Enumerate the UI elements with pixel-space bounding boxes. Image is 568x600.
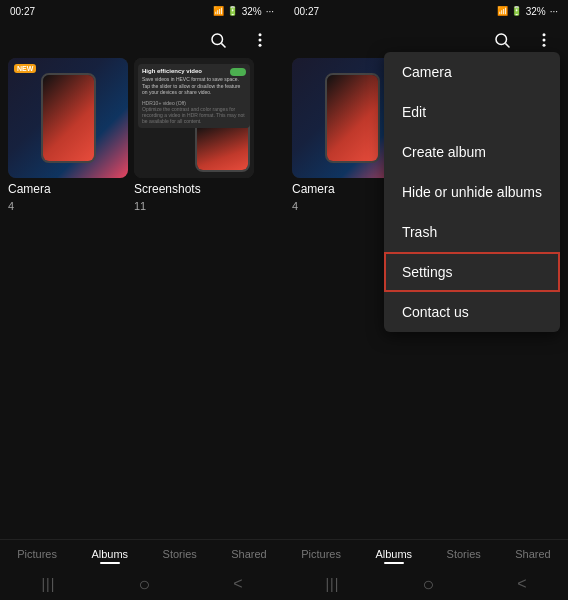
svg-point-8 (543, 39, 546, 42)
right-nav-back-icon[interactable]: < (517, 575, 526, 593)
nav-back-icon[interactable]: < (233, 575, 242, 593)
screenshots-album-label: Screenshots (134, 182, 254, 196)
right-dots: ··· (550, 6, 558, 17)
menu-item-edit[interactable]: Edit (384, 92, 560, 132)
right-tab-pictures-label: Pictures (301, 548, 341, 560)
tab-pictures[interactable]: Pictures (17, 548, 57, 564)
left-battery: 32% (242, 6, 262, 17)
tab-albums-underline (100, 562, 120, 564)
nav-home-icon[interactable]: ○ (138, 573, 150, 596)
settings-popup: High efficiency video Save videos in HEV… (138, 64, 250, 128)
right-tab-shared-label: Shared (515, 548, 550, 560)
svg-point-7 (543, 33, 546, 36)
right-more-options-button[interactable] (530, 26, 558, 54)
screenshots-album-count: 11 (134, 200, 254, 212)
right-tab-stories-label: Stories (447, 548, 481, 560)
svg-point-9 (543, 44, 546, 47)
right-tab-bar: Pictures Albums Stories Shared (284, 539, 568, 568)
right-tab-pictures[interactable]: Pictures (301, 548, 341, 564)
new-badge: NEW (14, 64, 36, 73)
left-panel: 00:27 📶 🔋 32% ··· (0, 0, 284, 600)
right-tab-stories[interactable]: Stories (447, 548, 481, 564)
nav-menu-icon[interactable]: ||| (41, 576, 55, 592)
left-status-bar: 00:27 📶 🔋 32% ··· (0, 0, 284, 22)
right-nav-menu-icon[interactable]: ||| (325, 576, 339, 592)
left-top-bar (0, 22, 284, 58)
screenshots-album[interactable]: High efficiency video Save videos in HEV… (134, 58, 254, 299)
menu-item-trash[interactable]: Trash (384, 212, 560, 252)
right-tab-albums-underline (384, 562, 404, 564)
menu-item-create-album[interactable]: Create album (384, 132, 560, 172)
right-nav-bar: ||| ○ < (284, 568, 568, 600)
search-button[interactable] (204, 26, 232, 54)
tab-pictures-label: Pictures (17, 548, 57, 560)
screenshots-thumb: High efficiency video Save videos in HEV… (134, 58, 254, 178)
menu-item-settings[interactable]: Settings (384, 252, 560, 292)
left-spacer (0, 299, 284, 540)
right-spacer (284, 299, 568, 540)
svg-point-5 (496, 34, 507, 45)
camera-album-count: 4 (8, 200, 128, 212)
right-status-icons: 📶 🔋 (497, 6, 522, 16)
camera-thumb: NEW (8, 58, 128, 178)
svg-line-1 (221, 43, 225, 47)
tab-stories-label: Stories (163, 548, 197, 560)
tab-stories[interactable]: Stories (163, 548, 197, 564)
more-options-button[interactable] (246, 26, 274, 54)
tab-albums[interactable]: Albums (91, 548, 128, 564)
tab-albums-label: Albums (91, 548, 128, 560)
right-time: 00:27 (294, 6, 319, 17)
camera-album-label: Camera (8, 182, 128, 196)
right-tab-shared[interactable]: Shared (515, 548, 550, 564)
left-time: 00:27 (10, 6, 35, 17)
right-search-button[interactable] (488, 26, 516, 54)
left-dots: ··· (266, 6, 274, 17)
left-tab-bar: Pictures Albums Stories Shared (0, 539, 284, 568)
svg-point-0 (212, 34, 223, 45)
left-status-icons: 📶 🔋 (213, 6, 238, 16)
menu-item-hide-albums[interactable]: Hide or unhide albums (384, 172, 560, 212)
camera-album[interactable]: NEW Camera 4 (8, 58, 128, 299)
popup-toggle (230, 68, 246, 76)
right-tab-albums-label: Albums (375, 548, 412, 560)
right-status-bar: 00:27 📶 🔋 32% ··· (284, 0, 568, 22)
menu-item-contact[interactable]: Contact us (384, 292, 560, 332)
svg-point-2 (259, 33, 262, 36)
tab-shared[interactable]: Shared (231, 548, 266, 564)
svg-point-3 (259, 39, 262, 42)
menu-item-camera[interactable]: Camera (384, 52, 560, 92)
right-panel: 00:27 📶 🔋 32% ··· (284, 0, 568, 600)
right-nav-home-icon[interactable]: ○ (422, 573, 434, 596)
svg-line-6 (505, 43, 509, 47)
svg-point-4 (259, 44, 262, 47)
right-battery: 32% (526, 6, 546, 17)
left-nav-bar: ||| ○ < (0, 568, 284, 600)
right-tab-albums[interactable]: Albums (375, 548, 412, 564)
left-album-grid: NEW Camera 4 High efficiency video Save … (0, 58, 284, 299)
tab-shared-label: Shared (231, 548, 266, 560)
dropdown-menu: Camera Edit Create album Hide or unhide … (384, 52, 560, 332)
